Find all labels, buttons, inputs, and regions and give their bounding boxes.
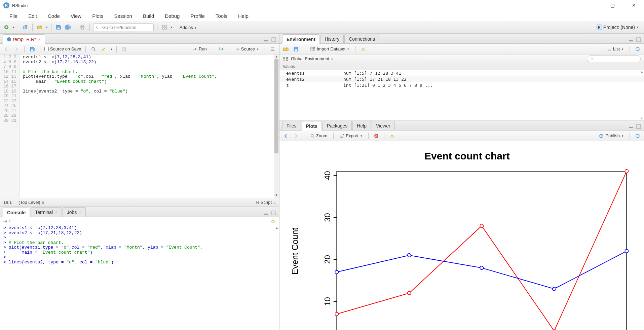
menu-build[interactable]: Build	[138, 12, 159, 20]
clear-workspace-icon[interactable]	[359, 45, 367, 53]
env-scope-selector[interactable]: Global Environment ▾	[291, 56, 333, 61]
code-editor[interactable]: 1 2 3 4 5 6 7 8 9 10 11 12 13 14 15 16 1…	[0, 54, 279, 198]
maximize-pane-icon[interactable]	[636, 124, 641, 130]
menu-edit[interactable]: Edit	[24, 12, 42, 20]
chevron-down-icon[interactable]: ▾	[171, 26, 173, 29]
svg-rect-25	[286, 57, 288, 59]
zoom-button[interactable]: Zoom	[308, 133, 329, 139]
tab-environment[interactable]: Environment	[282, 34, 320, 44]
svg-point-67	[480, 266, 483, 269]
export-button[interactable]: Export ▾	[338, 133, 364, 139]
tab-history[interactable]: History	[320, 34, 344, 43]
tab-jobs[interactable]: Jobs×	[63, 207, 86, 217]
editor-scrollbar[interactable]: ▲ ▼	[274, 54, 279, 198]
source-button[interactable]: Source ▾	[233, 46, 261, 52]
save-workspace-icon[interactable]	[292, 45, 300, 53]
svg-rect-19	[629, 40, 633, 41]
svg-rect-15	[123, 47, 125, 51]
maximize-pane-icon[interactable]	[271, 210, 276, 217]
save-icon[interactable]	[29, 45, 36, 53]
editor-tab[interactable]: temp_R.R* ×	[3, 34, 45, 44]
next-plot-icon[interactable]	[292, 132, 300, 140]
chevron-down-icon[interactable]: ▾	[46, 26, 48, 29]
clear-console-icon[interactable]	[270, 218, 276, 224]
svg-rect-21	[295, 49, 297, 51]
print-icon[interactable]	[79, 24, 86, 31]
minimize-pane-icon[interactable]	[264, 210, 269, 217]
code-area[interactable]: events1 <- c(7,12,28,3,41) events2 <- c(…	[20, 54, 274, 198]
save-all-icon[interactable]	[64, 24, 72, 31]
maximize-pane-icon[interactable]	[271, 37, 276, 43]
publish-button[interactable]: Publish ▾	[597, 133, 626, 139]
refresh-icon[interactable]	[634, 45, 641, 53]
scope-selector[interactable]: (Top Level)⇅	[18, 200, 44, 205]
menu-view[interactable]: View	[66, 12, 86, 20]
rerun-icon[interactable]	[217, 45, 225, 53]
tab-files[interactable]: Files	[282, 121, 301, 130]
close-button[interactable]: ✕	[627, 3, 641, 8]
list-view-button[interactable]: List ▾	[605, 46, 626, 52]
minimize-pane-icon[interactable]	[629, 124, 634, 130]
minimize-pane-icon[interactable]	[264, 37, 269, 43]
new-file-icon[interactable]	[3, 24, 10, 31]
env-search-input[interactable]	[587, 56, 641, 62]
outline-icon[interactable]	[269, 45, 276, 53]
svg-point-60	[335, 313, 338, 316]
save-icon[interactable]	[55, 24, 62, 31]
go-to-file-input[interactable]: Go to file/function	[93, 23, 154, 31]
tab-help[interactable]: Help	[352, 121, 371, 130]
refresh-plot-icon[interactable]	[634, 132, 641, 140]
back-icon[interactable]	[3, 45, 10, 53]
chevron-down-icon[interactable]: ▾	[13, 26, 14, 29]
find-icon[interactable]	[90, 45, 97, 53]
env-row[interactable]: events1num [1:5] 7 12 28 3 41	[279, 70, 644, 76]
close-tab-icon[interactable]: ×	[38, 37, 41, 42]
menu-debug[interactable]: Debug	[160, 12, 184, 20]
maximize-button[interactable]: ▢	[606, 3, 619, 8]
scroll-down-icon[interactable]: ▼	[640, 117, 643, 120]
import-dataset-button[interactable]: Import Dataset ▾	[308, 46, 351, 52]
menu-code[interactable]: Code	[43, 12, 65, 20]
grid-icon[interactable]	[161, 24, 168, 31]
svg-rect-29	[629, 127, 633, 128]
menu-tools[interactable]: Tools	[211, 12, 232, 20]
addins-button[interactable]: Addins ▾	[180, 25, 196, 30]
clear-plots-icon[interactable]	[388, 132, 396, 140]
env-row[interactable]: events2num [1:5] 17 21 18 13 22	[279, 76, 644, 82]
env-row[interactable]: tint [1:21] 0 1 2 3 4 5 6 7 8 9 ...	[279, 82, 644, 88]
menu-file[interactable]: File	[5, 12, 22, 20]
tab-viewer[interactable]: Viewer	[372, 121, 395, 130]
tab-plots[interactable]: Plots	[302, 121, 322, 131]
language-selector[interactable]: R Script⇅	[256, 200, 276, 205]
svg-rect-26	[283, 60, 285, 61]
tab-terminal[interactable]: Terminal×	[31, 207, 62, 217]
prev-plot-icon[interactable]	[282, 132, 290, 140]
remove-plot-icon[interactable]	[373, 132, 380, 140]
menu-session[interactable]: Session	[110, 12, 137, 20]
maximize-pane-icon[interactable]	[636, 37, 641, 43]
notebook-icon[interactable]	[121, 45, 128, 53]
menu-profile[interactable]: Profile	[186, 12, 210, 20]
scroll-up-icon[interactable]: ▲	[640, 70, 643, 73]
forward-icon[interactable]	[13, 45, 20, 53]
console-output[interactable]: > events1 <- c(7,12,28,3,41) > events2 <…	[0, 225, 279, 330]
run-button[interactable]: Run	[191, 46, 209, 52]
new-project-icon[interactable]	[22, 24, 29, 31]
menu-help[interactable]: Help	[233, 12, 253, 20]
tab-packages[interactable]: Packages	[323, 121, 352, 130]
main-toolbar: ▾ ▾ Go to file/function ▾ Addins ▾ R Pro…	[0, 21, 644, 34]
menu-plots[interactable]: Plots	[87, 12, 108, 20]
minimize-pane-icon[interactable]	[629, 37, 634, 43]
wand-icon[interactable]	[100, 45, 107, 53]
svg-point-65	[335, 270, 338, 274]
close-icon[interactable]: ×	[55, 210, 58, 215]
open-file-icon[interactable]	[36, 24, 43, 31]
close-icon[interactable]: ×	[79, 210, 81, 215]
tab-console[interactable]: Console	[3, 208, 30, 217]
tab-connections[interactable]: Connections	[344, 34, 379, 43]
open-workspace-icon[interactable]	[282, 45, 290, 53]
minimize-button[interactable]: —	[584, 3, 598, 8]
project-selector[interactable]: R Project: (None) ▾	[597, 25, 641, 30]
chevron-down-icon[interactable]: ▾	[111, 47, 112, 51]
source-on-save-checkbox[interactable]: Source on Save	[44, 46, 81, 51]
